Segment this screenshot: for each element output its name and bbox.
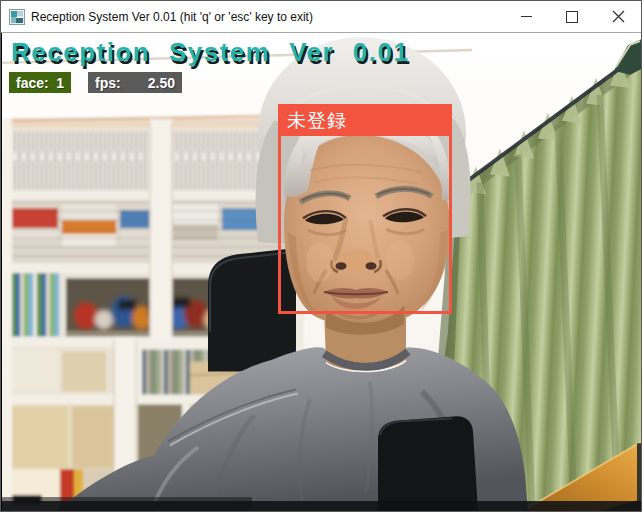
app-icon <box>9 9 25 25</box>
window-controls <box>503 1 641 32</box>
titlebar[interactable]: Reception System Ver 0.01 (hit 'q' or 'e… <box>1 1 641 33</box>
hud-title: Reception System Ver 0.01 <box>11 37 409 68</box>
face-detection-overlay: 未登録 <box>278 104 452 314</box>
face-count-value: 1 <box>56 75 64 91</box>
close-button[interactable] <box>595 1 641 32</box>
bottom-shadow <box>2 501 642 511</box>
webcam-frame: Reception System Ver 0.01 face: 1 fps: 2… <box>2 33 642 511</box>
face-count-badge: face: 1 <box>9 72 71 93</box>
fps-badge: fps: 2.50 <box>88 72 182 93</box>
window-title: Reception System Ver 0.01 (hit 'q' or 'e… <box>31 10 503 24</box>
fps-label: fps: <box>95 75 121 91</box>
close-icon <box>612 10 625 23</box>
fps-value: 2.50 <box>148 75 175 91</box>
minimize-icon <box>521 16 532 17</box>
detection-label: 未登録 <box>278 104 452 136</box>
maximize-button[interactable] <box>549 1 595 32</box>
maximize-icon <box>566 11 578 23</box>
dark-object <box>378 416 478 511</box>
minimize-button[interactable] <box>503 1 549 32</box>
app-window: Reception System Ver 0.01 (hit 'q' or 'e… <box>0 0 642 512</box>
detection-box <box>278 136 452 314</box>
face-count-label: face: <box>16 75 49 91</box>
